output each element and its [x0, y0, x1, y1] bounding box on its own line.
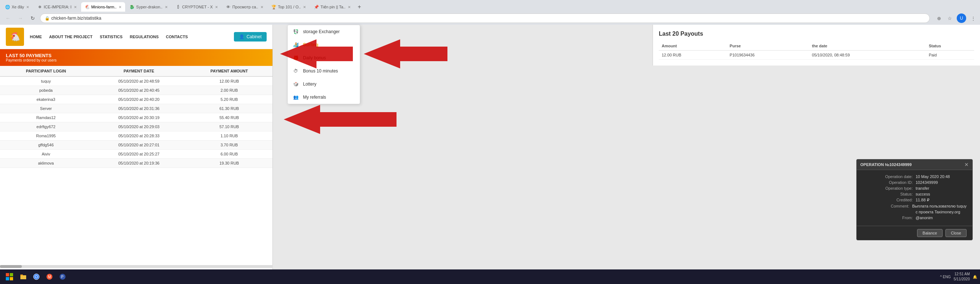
tab-favicon: ❄: [37, 4, 42, 10]
taskbar-file-explorer[interactable]: [18, 271, 29, 282]
forward-button[interactable]: →: [15, 13, 25, 23]
col-header: PAYMENT AMOUNT: [186, 66, 272, 77]
browser-tab-6[interactable]: 👁Просмотр са..✕: [222, 2, 267, 12]
cell-date: 05/10/2020 at 20:30:19: [92, 113, 186, 122]
tab-close-icon[interactable]: ✕: [119, 5, 121, 9]
dialog-field-value: 11.88 ₽: [916, 198, 967, 203]
cabinet-button[interactable]: 👤 Cabinet: [234, 32, 267, 41]
dropdown-menu: 💱storage Exchanger🏄Surfing🎁Daily bonus⏱B…: [287, 25, 360, 104]
cell-date: 05/10/2020 at 20:25:27: [92, 150, 186, 159]
taskbar-chrome[interactable]: [30, 271, 42, 282]
cabinet-label: Cabinet: [247, 34, 262, 39]
nav-item-contacts[interactable]: CONTACTS: [166, 35, 188, 39]
right-date: 5/11/2020: [954, 277, 970, 282]
payout-col-header: Purse: [727, 41, 809, 51]
table-row[interactable]: Roma199505/10/2020 at 20:28:331.10 RUB: [0, 131, 272, 140]
tab-favicon: 📌: [314, 4, 319, 10]
nav-item-about-the-project[interactable]: ABOUT THE PROJECT: [49, 35, 92, 39]
new-tab-button[interactable]: +: [355, 2, 364, 12]
browser-tab-7[interactable]: 🏆Top 101 / O..✕: [268, 2, 310, 12]
table-row[interactable]: tuquy05/10/2020 at 20:48:5912.00 RUB: [0, 77, 272, 86]
nav-item-regulations[interactable]: REGULATIONS: [130, 35, 159, 39]
tab-close-icon[interactable]: ✕: [215, 5, 218, 9]
cell-login: aklimova: [0, 159, 92, 168]
nav-item-statistics[interactable]: STATISTICS: [100, 35, 123, 39]
bookmark-icon[interactable]: ☆: [946, 14, 954, 22]
payout-cell-amount: 12.00 RUB: [659, 51, 727, 60]
table-row[interactable]: edrftgy67205/10/2020 at 20:29:0357.10 RU…: [0, 122, 272, 131]
table-row[interactable]: pobeda05/10/2020 at 20:40:452.00 RUB: [0, 86, 272, 95]
address-bar[interactable]: 🔒 chicken-farm.biz/statistika: [40, 13, 930, 23]
site-nav: HOMEABOUT THE PROJECTSTATISTICSREGULATIO…: [30, 35, 234, 39]
taskbar-app1[interactable]: M: [44, 271, 55, 282]
scroll-bar[interactable]: [0, 265, 273, 268]
dialog-field-label: Operation date:: [885, 174, 913, 179]
svg-rect-9: [21, 276, 26, 279]
tab-close-icon[interactable]: ✕: [348, 5, 351, 9]
cell-amount: 61.30 RUB: [186, 104, 272, 113]
dropdown-item-bonus-10-minutes[interactable]: ⏱Bonus 10 minutes: [288, 64, 360, 78]
cell-date: 05/10/2020 at 20:48:59: [92, 77, 186, 86]
more-options-icon[interactable]: ⋮: [969, 14, 977, 22]
nav-item-home[interactable]: HOME: [30, 35, 42, 39]
cell-amount: 3.70 RUB: [186, 140, 272, 150]
scroll-thumb[interactable]: [0, 265, 22, 268]
dialog-field-row: Operation ID:1024349999: [862, 180, 967, 185]
table-row[interactable]: Ramdas1205/10/2020 at 20:30:1955.40 RUB: [0, 113, 272, 122]
translate-icon[interactable]: ⊕: [935, 14, 943, 22]
col-header: PARTICIPANT LOGIN: [0, 66, 92, 77]
dialog-close-icon[interactable]: ✕: [964, 162, 969, 168]
browser-tab-1[interactable]: 🌐Xe đây✕: [2, 2, 33, 12]
tab-close-icon[interactable]: ✕: [261, 5, 263, 9]
person-icon: 👤: [239, 34, 245, 39]
tab-label: CRYPTONET - X: [182, 5, 213, 9]
tab-close-icon[interactable]: ✕: [165, 5, 168, 9]
dialog-field-row: с проекта Taximoney.org: [862, 210, 967, 214]
dropdown-item-icon: 🏄: [292, 41, 299, 48]
tab-close-icon[interactable]: ✕: [303, 5, 306, 9]
browser-tab-5[interactable]: ₿CRYPTONET - X✕: [172, 2, 221, 12]
browser-tab-3[interactable]: 🐔Minions-farm..✕: [81, 2, 126, 12]
svg-marker-3: [284, 105, 396, 134]
dialog-balance-button[interactable]: Balance: [917, 229, 943, 237]
cell-amount: 2.00 RUB: [186, 86, 272, 95]
profile-icon[interactable]: U: [957, 13, 966, 23]
browser-tab-2[interactable]: ❄ICE-IMPERIA: I✕: [33, 2, 80, 12]
dialog-close-button[interactable]: Close: [945, 229, 967, 237]
table-row[interactable]: Aiviv05/10/2020 at 20:25:276.00 RUB: [0, 150, 272, 159]
right-time: 12:51 AM: [954, 271, 970, 277]
cell-date: 05/10/2020 at 20:28:33: [92, 131, 186, 140]
address-bar-row: ← → ↻ 🔒 chicken-farm.biz/statistika ⊕ ☆ …: [0, 12, 980, 25]
taskbar-app2[interactable]: P: [57, 271, 68, 282]
dropdown-item-storage-exchanger[interactable]: 💱storage Exchanger: [288, 25, 360, 38]
cell-login: ekaterina3: [0, 95, 92, 104]
table-row[interactable]: Server05/10/2020 at 20:31:3661.30 RUB: [0, 104, 272, 113]
dialog-footer: BalanceClose: [857, 226, 972, 240]
reload-button[interactable]: ↻: [28, 13, 38, 23]
cell-amount: 6.00 RUB: [186, 150, 272, 159]
svg-marker-2: [364, 39, 447, 69]
dropdown-item-surfing[interactable]: 🏄Surfing: [288, 38, 360, 51]
right-notification-icon[interactable]: 🔔: [973, 275, 977, 279]
dropdown-item-icon: 👥: [292, 94, 299, 101]
tab-close-icon[interactable]: ✕: [26, 5, 29, 9]
table-row[interactable]: ekaterina305/10/2020 at 20:40:205.20 RUB: [0, 95, 272, 104]
dropdown-item-daily-bonus[interactable]: 🎁Daily bonus: [288, 51, 360, 64]
svg-point-13: [35, 276, 37, 278]
tab-close-icon[interactable]: ✕: [74, 5, 77, 9]
table-row[interactable]: aklimova05/10/2020 at 20:19:3619.30 RUB: [0, 159, 272, 168]
table-row[interactable]: gffdg54605/10/2020 at 20:27:013.70 RUB: [0, 140, 272, 150]
tab-label: Просмотр са..: [232, 5, 258, 9]
dropdown-item-lottery[interactable]: 🎲Lottery: [288, 78, 360, 91]
col-header: PAYMENT DATE: [92, 66, 186, 77]
dialog-field-label: Status:: [900, 192, 913, 196]
windows-start-button[interactable]: [3, 270, 16, 283]
dialog-field-value: с проекта Taximoney.org: [916, 210, 967, 214]
dropdown-item-my-referrals[interactable]: 👥My referrals: [288, 91, 360, 104]
tab-bar: 🌐Xe đây✕❄ICE-IMPERIA: I✕🐔Minions-farm..✕…: [0, 0, 980, 12]
tab-label: Top 101 / O..: [278, 5, 301, 9]
dialog-field-row: From:@anonim: [862, 215, 967, 220]
browser-tab-4[interactable]: 🐉Syper-drakon..✕: [126, 2, 171, 12]
back-button[interactable]: ←: [3, 13, 13, 23]
browser-tab-8[interactable]: 📌Tiền pin || Ta..✕: [310, 2, 354, 12]
